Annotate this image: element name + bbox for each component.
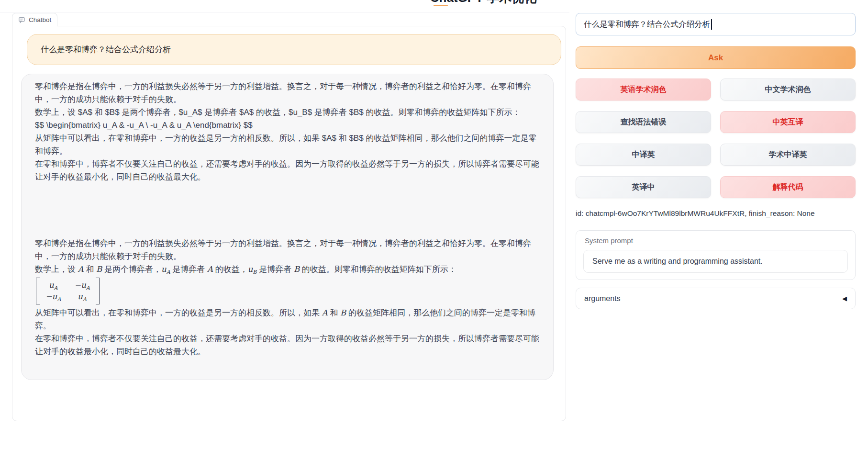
inline-math: B — [294, 265, 300, 274]
function-button-1[interactable]: 英语学术润色 — [576, 79, 711, 101]
bot-paragraph: 数学上，设 A 和 B 是两个博弈者，uA 是博弈者 A 的收益，uB 是博弈者… — [35, 263, 540, 276]
bot-paragraph: $$ \begin{bmatrix} u_A & -u_A \ -u_A & u… — [35, 119, 540, 132]
math-matrix: uA−uA−uAuA — [36, 278, 100, 304]
message-gap — [35, 183, 540, 237]
function-button-8[interactable]: 解释代码 — [720, 176, 856, 198]
function-button-5[interactable]: 中译英 — [576, 144, 711, 166]
title-underline — [434, 5, 448, 6]
app-root: ChatGPT 学术优化 Chatbot 什么是零和博弈？结合公式介绍分析 零和… — [0, 0, 868, 460]
chat-bubble-icon — [18, 16, 25, 23]
bot-message-bubble: 零和博弈是指在博弈中，一方的利益损失必然等于另一方的利益增益。换言之，对于每一种… — [21, 74, 554, 380]
function-button-2[interactable]: 中文学术润色 — [720, 79, 856, 101]
system-prompt-input[interactable]: Serve me as a writing and programming as… — [583, 250, 848, 273]
bot-paragraph: 从矩阵中可以看出，在零和博弈中，一方的收益是另一方的相反数。所以，如果 $A$ … — [35, 132, 540, 157]
function-button-7[interactable]: 英译中 — [576, 176, 711, 198]
clipped-page-title: ChatGPT 学术优化 — [407, 0, 560, 4]
chatbot-tab: Chatbot — [12, 13, 57, 26]
bot-message-rendered: 零和博弈是指在博弈中，一方的利益损失必然等于另一方的利益增益。换言之，对于每一种… — [35, 237, 540, 358]
chatbot-tab-label: Chatbot — [29, 16, 51, 23]
bot-paragraph: 零和博弈是指在博弈中，一方的利益损失必然等于另一方的利益增益。换言之，对于每一种… — [35, 80, 540, 106]
question-input-value: 什么是零和博弈？结合公式介绍分析 — [584, 19, 710, 30]
inline-math: uB — [248, 265, 257, 274]
user-message-bubble: 什么是零和博弈？结合公式介绍分析 — [27, 34, 561, 65]
system-prompt-value: Serve me as a writing and programming as… — [592, 257, 763, 266]
inline-math: −uA — [74, 280, 89, 291]
inline-math: A — [78, 265, 84, 274]
page-title: ChatGPT 学术优化 — [407, 0, 560, 4]
bot-paragraph: 数学上，设 $A$ 和 $B$ 是两个博弈者，$u_A$ 是博弈者 $A$ 的收… — [35, 106, 540, 119]
inline-math: A — [207, 265, 213, 274]
bot-paragraph: 在零和博弈中，博弈者不仅要关注自己的收益，还需要考虑对手的收益。因为一方取得的收… — [35, 332, 540, 358]
function-button-4[interactable]: 中英互译 — [720, 111, 856, 133]
inline-math: uA — [74, 291, 89, 303]
inline-math: A — [322, 308, 328, 317]
collapse-triangle-icon: ◀ — [842, 295, 847, 302]
arguments-accordion[interactable]: arguments ◀ — [576, 288, 856, 309]
inline-math: uA — [161, 265, 170, 274]
inline-math: B — [340, 308, 346, 317]
bot-paragraph: 零和博弈是指在博弈中，一方的利益损失必然等于另一方的利益增益。换言之，对于每一种… — [35, 237, 540, 263]
inline-math: B — [96, 265, 102, 274]
inline-math: −uA — [45, 291, 61, 303]
question-input[interactable]: 什么是零和博弈？结合公式介绍分析 — [576, 13, 856, 35]
function-button-3[interactable]: 查找语法错误 — [576, 111, 711, 133]
inline-math: uA — [45, 280, 61, 291]
top-divider — [0, 12, 569, 12]
text-caret — [711, 19, 712, 30]
arguments-label: arguments — [584, 294, 621, 303]
function-button-6[interactable]: 学术中译英 — [720, 144, 856, 166]
ask-button[interactable]: Ask — [576, 46, 856, 69]
bot-paragraph: 在零和博弈中，博弈者不仅要关注自己的收益，还需要考虑对手的收益。因为一方取得的收… — [35, 157, 540, 183]
bot-paragraph: 从矩阵中可以看出，在零和博弈中，一方的收益是另一方的相反数。所以，如果 A 和 … — [35, 306, 540, 332]
status-line: id: chatcmpl-6wOo7KrYTwMl89lbrMWRu4UkFFX… — [576, 209, 815, 218]
chatbot-panel: 什么是零和博弈？结合公式介绍分析 零和博弈是指在博弈中，一方的利益损失必然等于另… — [12, 26, 566, 421]
bot-message-raw: 零和博弈是指在博弈中，一方的利益损失必然等于另一方的利益增益。换言之，对于每一种… — [35, 80, 540, 183]
user-message-text: 什么是零和博弈？结合公式介绍分析 — [41, 44, 171, 55]
system-prompt-label: System prompt — [585, 236, 633, 245]
system-prompt-card: System prompt Serve me as a writing and … — [576, 230, 856, 280]
